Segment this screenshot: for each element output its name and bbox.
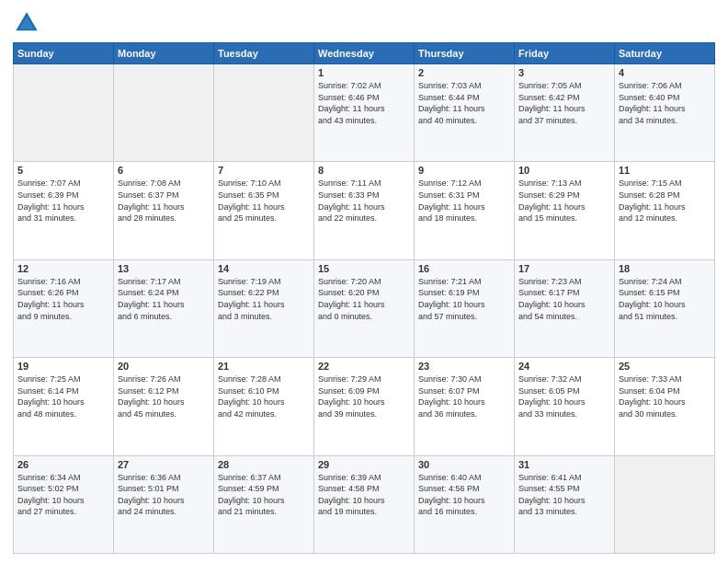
day-number: 6 [118, 165, 210, 176]
day-number: 26 [17, 459, 109, 470]
day-info: Sunrise: 7:30 AM Sunset: 6:07 PM Dayligh… [418, 373, 510, 419]
calendar-cell: 2Sunrise: 7:03 AM Sunset: 6:44 PM Daylig… [415, 64, 515, 162]
calendar-cell [615, 455, 715, 553]
day-info: Sunrise: 6:41 AM Sunset: 4:55 PM Dayligh… [518, 472, 610, 518]
calendar-cell: 31Sunrise: 6:41 AM Sunset: 4:55 PM Dayli… [515, 455, 615, 553]
day-number: 10 [518, 165, 610, 176]
day-number: 9 [418, 165, 510, 176]
calendar-cell: 15Sunrise: 7:20 AM Sunset: 6:20 PM Dayli… [314, 259, 415, 357]
page: SundayMondayTuesdayWednesdayThursdayFrid… [0, 0, 728, 563]
calendar-week-1: 1Sunrise: 7:02 AM Sunset: 6:46 PM Daylig… [14, 64, 715, 162]
logo [13, 9, 44, 37]
day-number: 27 [118, 459, 210, 470]
calendar-cell: 12Sunrise: 7:16 AM Sunset: 6:26 PM Dayli… [14, 259, 114, 357]
calendar-cell: 6Sunrise: 7:08 AM Sunset: 6:37 PM Daylig… [114, 162, 214, 259]
calendar-cell: 20Sunrise: 7:26 AM Sunset: 6:12 PM Dayli… [114, 358, 214, 455]
day-number: 22 [318, 361, 410, 372]
day-number: 31 [518, 459, 610, 470]
day-info: Sunrise: 7:24 AM Sunset: 6:15 PM Dayligh… [619, 276, 711, 322]
calendar-cell: 28Sunrise: 6:37 AM Sunset: 4:59 PM Dayli… [214, 455, 314, 553]
calendar-cell: 1Sunrise: 7:02 AM Sunset: 6:46 PM Daylig… [314, 64, 415, 162]
day-info: Sunrise: 7:08 AM Sunset: 6:37 PM Dayligh… [118, 178, 210, 224]
day-info: Sunrise: 7:13 AM Sunset: 6:29 PM Dayligh… [518, 178, 610, 224]
day-number: 20 [118, 361, 210, 372]
calendar-cell: 18Sunrise: 7:24 AM Sunset: 6:15 PM Dayli… [615, 259, 715, 357]
day-number: 11 [619, 165, 711, 176]
day-number: 1 [318, 67, 410, 78]
calendar-cell: 29Sunrise: 6:39 AM Sunset: 4:58 PM Dayli… [314, 455, 415, 553]
day-info: Sunrise: 7:33 AM Sunset: 6:04 PM Dayligh… [619, 373, 711, 419]
day-info: Sunrise: 7:19 AM Sunset: 6:22 PM Dayligh… [218, 276, 310, 322]
logo-icon [13, 9, 40, 37]
calendar-cell: 5Sunrise: 7:07 AM Sunset: 6:39 PM Daylig… [14, 162, 114, 259]
weekday-header-tuesday: Tuesday [214, 43, 314, 64]
day-info: Sunrise: 7:21 AM Sunset: 6:19 PM Dayligh… [418, 276, 510, 322]
calendar-cell: 7Sunrise: 7:10 AM Sunset: 6:35 PM Daylig… [214, 162, 314, 259]
day-info: Sunrise: 6:39 AM Sunset: 4:58 PM Dayligh… [318, 472, 410, 518]
day-number: 29 [318, 459, 410, 470]
calendar-cell: 10Sunrise: 7:13 AM Sunset: 6:29 PM Dayli… [515, 162, 615, 259]
day-number: 23 [418, 361, 510, 372]
weekday-header-wednesday: Wednesday [314, 43, 415, 64]
calendar-cell: 4Sunrise: 7:06 AM Sunset: 6:40 PM Daylig… [615, 64, 715, 162]
day-info: Sunrise: 7:16 AM Sunset: 6:26 PM Dayligh… [17, 276, 109, 322]
weekday-header-friday: Friday [515, 43, 615, 64]
day-info: Sunrise: 7:15 AM Sunset: 6:28 PM Dayligh… [619, 178, 711, 224]
day-info: Sunrise: 7:10 AM Sunset: 6:35 PM Dayligh… [218, 178, 310, 224]
day-info: Sunrise: 7:26 AM Sunset: 6:12 PM Dayligh… [118, 373, 210, 419]
calendar-cell: 14Sunrise: 7:19 AM Sunset: 6:22 PM Dayli… [214, 259, 314, 357]
day-info: Sunrise: 7:02 AM Sunset: 6:46 PM Dayligh… [318, 80, 410, 126]
calendar-week-4: 19Sunrise: 7:25 AM Sunset: 6:14 PM Dayli… [14, 358, 715, 455]
calendar-header-row: SundayMondayTuesdayWednesdayThursdayFrid… [14, 43, 715, 64]
day-info: Sunrise: 7:06 AM Sunset: 6:40 PM Dayligh… [619, 80, 711, 126]
day-info: Sunrise: 7:23 AM Sunset: 6:17 PM Dayligh… [518, 276, 610, 322]
day-info: Sunrise: 7:20 AM Sunset: 6:20 PM Dayligh… [318, 276, 410, 322]
day-number: 8 [318, 165, 410, 176]
calendar-cell [114, 64, 214, 162]
day-info: Sunrise: 7:28 AM Sunset: 6:10 PM Dayligh… [218, 373, 310, 419]
day-number: 2 [418, 67, 510, 78]
calendar-cell: 3Sunrise: 7:05 AM Sunset: 6:42 PM Daylig… [515, 64, 615, 162]
calendar-cell: 21Sunrise: 7:28 AM Sunset: 6:10 PM Dayli… [214, 358, 314, 455]
calendar-cell: 9Sunrise: 7:12 AM Sunset: 6:31 PM Daylig… [415, 162, 515, 259]
weekday-header-sunday: Sunday [14, 43, 114, 64]
calendar-table: SundayMondayTuesdayWednesdayThursdayFrid… [13, 42, 715, 554]
day-number: 15 [318, 263, 410, 274]
day-number: 17 [518, 263, 610, 274]
day-number: 12 [17, 263, 109, 274]
day-info: Sunrise: 6:40 AM Sunset: 4:56 PM Dayligh… [418, 472, 510, 518]
header [13, 9, 715, 37]
calendar-cell: 19Sunrise: 7:25 AM Sunset: 6:14 PM Dayli… [14, 358, 114, 455]
calendar-cell: 8Sunrise: 7:11 AM Sunset: 6:33 PM Daylig… [314, 162, 415, 259]
day-info: Sunrise: 7:11 AM Sunset: 6:33 PM Dayligh… [318, 178, 410, 224]
day-number: 25 [619, 361, 711, 372]
calendar-cell: 30Sunrise: 6:40 AM Sunset: 4:56 PM Dayli… [415, 455, 515, 553]
day-info: Sunrise: 7:07 AM Sunset: 6:39 PM Dayligh… [17, 178, 109, 224]
day-info: Sunrise: 7:32 AM Sunset: 6:05 PM Dayligh… [518, 373, 610, 419]
calendar-cell: 27Sunrise: 6:36 AM Sunset: 5:01 PM Dayli… [114, 455, 214, 553]
calendar-cell [214, 64, 314, 162]
day-info: Sunrise: 7:03 AM Sunset: 6:44 PM Dayligh… [418, 80, 510, 126]
calendar-cell: 16Sunrise: 7:21 AM Sunset: 6:19 PM Dayli… [415, 259, 515, 357]
day-number: 13 [118, 263, 210, 274]
calendar-week-3: 12Sunrise: 7:16 AM Sunset: 6:26 PM Dayli… [14, 259, 715, 357]
day-info: Sunrise: 6:37 AM Sunset: 4:59 PM Dayligh… [218, 472, 310, 518]
day-number: 3 [518, 67, 610, 78]
calendar-cell [14, 64, 114, 162]
day-number: 21 [218, 361, 310, 372]
weekday-header-saturday: Saturday [615, 43, 715, 64]
day-info: Sunrise: 7:05 AM Sunset: 6:42 PM Dayligh… [518, 80, 610, 126]
day-info: Sunrise: 7:12 AM Sunset: 6:31 PM Dayligh… [418, 178, 510, 224]
calendar-cell: 22Sunrise: 7:29 AM Sunset: 6:09 PM Dayli… [314, 358, 415, 455]
day-info: Sunrise: 7:25 AM Sunset: 6:14 PM Dayligh… [17, 373, 109, 419]
calendar-cell: 23Sunrise: 7:30 AM Sunset: 6:07 PM Dayli… [415, 358, 515, 455]
day-info: Sunrise: 6:34 AM Sunset: 5:02 PM Dayligh… [17, 472, 109, 518]
calendar-cell: 11Sunrise: 7:15 AM Sunset: 6:28 PM Dayli… [615, 162, 715, 259]
calendar-cell: 24Sunrise: 7:32 AM Sunset: 6:05 PM Dayli… [515, 358, 615, 455]
day-number: 28 [218, 459, 310, 470]
day-info: Sunrise: 7:17 AM Sunset: 6:24 PM Dayligh… [118, 276, 210, 322]
calendar-cell: 17Sunrise: 7:23 AM Sunset: 6:17 PM Dayli… [515, 259, 615, 357]
weekday-header-monday: Monday [114, 43, 214, 64]
day-number: 24 [518, 361, 610, 372]
day-info: Sunrise: 6:36 AM Sunset: 5:01 PM Dayligh… [118, 472, 210, 518]
